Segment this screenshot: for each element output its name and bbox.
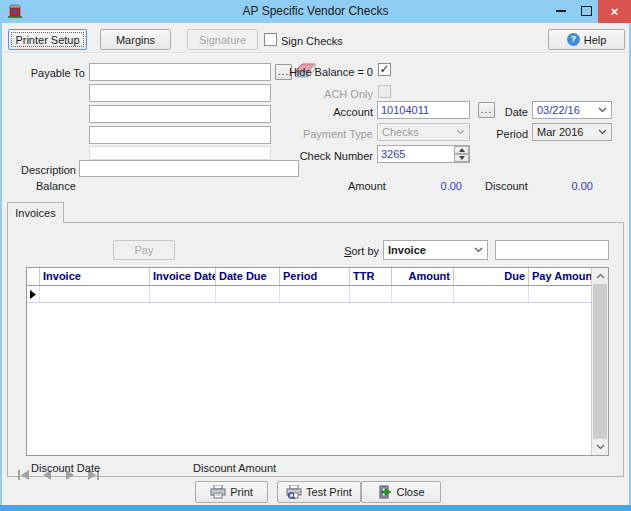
scrollbar-thumb[interactable] <box>593 284 607 439</box>
printer-setup-label: Printer Setup <box>15 34 79 46</box>
column-header-amount[interactable]: Amount <box>392 268 454 285</box>
payment-type-value: Checks <box>382 126 419 138</box>
maximize-button[interactable] <box>574 0 598 22</box>
row-selector-header <box>27 268 40 285</box>
address-line-4-input[interactable] <box>89 146 271 160</box>
payable-to-input[interactable] <box>89 63 271 81</box>
window-border-left <box>0 23 2 511</box>
column-header-ttr[interactable]: TTR <box>350 268 392 285</box>
minimize-button[interactable] <box>549 0 573 22</box>
chevron-down-icon <box>456 129 465 135</box>
test-printer-icon <box>286 485 302 499</box>
close-button[interactable]: Close <box>361 481 441 503</box>
chevron-down-icon <box>598 107 607 113</box>
help-label: Help <box>584 34 607 46</box>
titlebar: AP Specific Vendor Checks × <box>0 0 631 23</box>
chevron-down-icon <box>474 247 483 253</box>
close-label: Close <box>396 486 424 498</box>
row-selector-cell[interactable] <box>27 286 40 302</box>
spin-up-icon[interactable] <box>454 146 469 154</box>
cell-pay-amount[interactable] <box>529 286 593 302</box>
payable-to-label: Payable To <box>8 67 85 79</box>
close-icon: × <box>611 4 619 19</box>
spin-down-icon[interactable] <box>454 154 469 162</box>
discount-amount-label: Discount Amount <box>193 462 276 474</box>
address-line-3-input[interactable] <box>89 126 271 144</box>
column-header-pay-amount[interactable]: Pay Amount <box>529 268 593 285</box>
address-line-2-input[interactable] <box>89 105 271 123</box>
window: AP Specific Vendor Checks × Printer Setu… <box>0 0 631 511</box>
signature-button: Signature <box>187 29 258 50</box>
cell-date-due[interactable] <box>216 286 280 302</box>
tab-invoices[interactable]: Invoices <box>7 202 64 223</box>
check-number-spinner[interactable] <box>454 146 469 162</box>
maximize-icon <box>581 6 592 16</box>
help-icon: ? <box>567 33 580 46</box>
exit-door-icon <box>377 485 392 499</box>
column-header-invoice-date[interactable]: Invoice Date <box>150 268 216 285</box>
current-row-arrow-icon <box>30 290 36 299</box>
signature-label: Signature <box>199 34 246 46</box>
chevron-down-icon <box>598 129 607 135</box>
margins-button[interactable]: Margins <box>100 29 171 50</box>
hide-balance-label: Hide Balance = 0 <box>266 66 373 78</box>
description-input[interactable] <box>79 160 299 177</box>
amount-value: 0.00 <box>400 180 462 192</box>
sign-checks-checkbox[interactable] <box>264 33 277 46</box>
window-border-bottom <box>0 505 631 511</box>
column-header-date-due[interactable]: Date Due <box>216 268 280 285</box>
margins-label: Margins <box>116 34 155 46</box>
period-value: Mar 2016 <box>537 126 583 138</box>
table-vertical-scrollbar[interactable] <box>591 268 608 455</box>
first-record-icon <box>16 469 32 481</box>
invoices-table: Invoice Invoice Date Date Due Period TTR… <box>26 267 609 456</box>
printer-setup-button[interactable]: Printer Setup <box>8 29 87 50</box>
print-label: Print <box>230 486 253 498</box>
pay-label: Pay <box>135 244 154 256</box>
period-dropdown[interactable]: Mar 2016 <box>532 123 612 141</box>
test-print-button[interactable]: Test Print <box>277 481 361 503</box>
sort-by-value: Invoice <box>388 244 426 256</box>
date-dropdown[interactable]: 03/22/16 <box>532 101 612 119</box>
table-header-row: Invoice Invoice Date Date Due Period TTR… <box>27 268 608 286</box>
check-number-label: Check Number <box>282 150 373 162</box>
printer-icon <box>210 485 226 499</box>
address-line-1-input[interactable] <box>89 84 271 102</box>
payment-type-label: Payment Type <box>274 128 373 140</box>
sort-filter-input[interactable] <box>495 240 609 260</box>
scroll-up-icon[interactable] <box>592 268 608 284</box>
window-title: AP Specific Vendor Checks <box>0 0 631 23</box>
print-button[interactable]: Print <box>195 481 268 503</box>
date-value: 03/22/16 <box>537 104 580 116</box>
date-label: Date <box>490 106 528 118</box>
account-input[interactable] <box>377 101 470 119</box>
hide-balance-checkbox[interactable]: ✓ <box>378 63 391 76</box>
discount-label: Discount <box>485 180 528 192</box>
discount-date-label: Discount Date <box>31 462 100 474</box>
column-header-period[interactable]: Period <box>280 268 350 285</box>
cell-amount[interactable] <box>392 286 454 302</box>
period-label: Period <box>486 128 528 140</box>
column-header-due[interactable]: Due <box>454 268 529 285</box>
sign-checks-label: Sign Checks <box>281 35 343 47</box>
sort-by-dropdown[interactable]: Invoice <box>383 240 488 260</box>
cell-invoice-date[interactable] <box>150 286 216 302</box>
cell-period[interactable] <box>280 286 350 302</box>
toolbar-separator <box>0 52 631 53</box>
balance-label: Balance <box>36 180 76 192</box>
table-row[interactable] <box>27 286 608 303</box>
ach-only-label: ACH Only <box>288 88 373 100</box>
cell-ttr[interactable] <box>350 286 392 302</box>
help-button[interactable]: ? Help <box>548 29 625 50</box>
cell-invoice[interactable] <box>40 286 150 302</box>
payment-type-dropdown: Checks <box>377 123 470 141</box>
cell-due[interactable] <box>454 286 529 302</box>
invoices-panel: Pay Sort by Invoice Invoice Invoice Date… <box>7 222 624 477</box>
scroll-down-icon[interactable] <box>592 439 608 455</box>
minimize-icon <box>556 10 566 12</box>
test-print-label: Test Print <box>306 486 352 498</box>
close-window-button[interactable]: × <box>598 0 631 23</box>
check-icon: ✓ <box>379 64 389 74</box>
pay-button: Pay <box>113 240 175 260</box>
column-header-invoice[interactable]: Invoice <box>40 268 150 285</box>
